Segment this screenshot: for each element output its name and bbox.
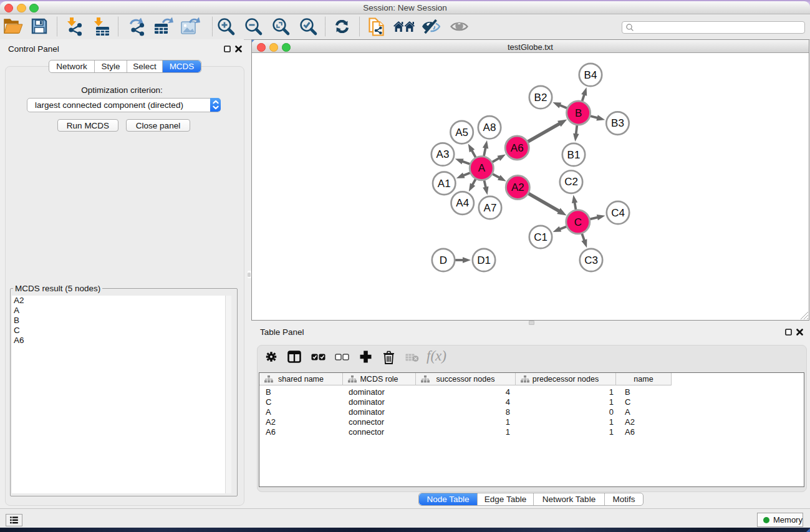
svg-text:A: A [478,162,486,174]
svg-text:C2: C2 [564,176,578,188]
svg-text:C3: C3 [584,254,598,266]
svg-text:A2: A2 [511,181,524,193]
svg-text:B: B [575,107,582,119]
svg-text:B3: B3 [611,117,624,129]
svg-text:D: D [440,254,447,266]
svg-text:A3: A3 [436,148,450,160]
svg-text:C4: C4 [611,207,625,219]
svg-text:C1: C1 [534,231,547,243]
svg-text:B2: B2 [534,92,547,104]
svg-text:C: C [574,216,582,228]
svg-text:D1: D1 [477,254,491,266]
svg-text:A5: A5 [455,127,468,138]
svg-text:B4: B4 [584,69,597,81]
svg-text:A6: A6 [511,142,524,154]
svg-text:A7: A7 [484,202,497,214]
svg-text:A8: A8 [483,122,496,133]
svg-text:B1: B1 [567,149,581,161]
svg-text:A1: A1 [438,178,451,190]
svg-text:A4: A4 [456,197,469,209]
